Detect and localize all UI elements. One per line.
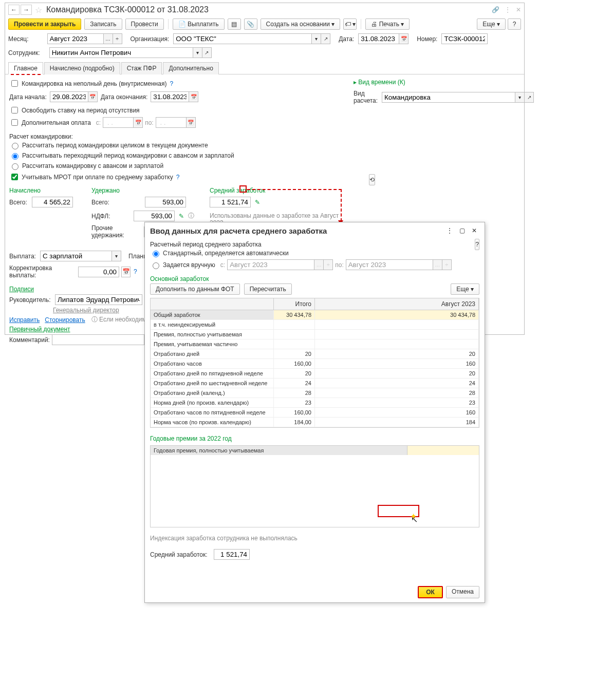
end-date-input[interactable]: [151, 91, 189, 102]
print-button[interactable]: 🖨 Печать ▾: [365, 18, 410, 30]
extra-pay-checkbox[interactable]: [11, 119, 18, 126]
org-drop[interactable]: ▾: [312, 33, 321, 44]
date-input[interactable]: [358, 33, 399, 44]
withheld-head: Удержано: [91, 186, 194, 195]
dlg-avg-input[interactable]: [214, 549, 250, 560]
table-row[interactable]: в т.ч. неиндексируемый: [151, 320, 479, 330]
calc-header: Расчет командировки:: [9, 129, 343, 140]
calc-type-input[interactable]: [382, 92, 515, 103]
date-cal[interactable]: 📅: [399, 33, 408, 44]
tab-main[interactable]: Главное: [8, 62, 43, 74]
comment-input[interactable]: [52, 334, 144, 345]
pencil-icon[interactable]: ✎: [179, 213, 184, 220]
period-std-radio[interactable]: [153, 251, 159, 257]
doc-icon-button[interactable]: ▤: [228, 18, 241, 30]
start-date-input[interactable]: [50, 91, 88, 102]
emp-drop[interactable]: ▾: [193, 47, 202, 58]
help-icon[interactable]: ?: [170, 80, 173, 87]
help-icon[interactable]: ?: [176, 174, 180, 181]
tab-pfr[interactable]: Стаж ПФР: [121, 62, 162, 74]
link-icon[interactable]: 🔗: [492, 6, 499, 13]
month-drop[interactable]: …: [104, 33, 113, 44]
menu-dots-icon[interactable]: ⋮: [505, 6, 511, 13]
post-button[interactable]: Провести: [125, 18, 164, 30]
period-manual-radio[interactable]: [153, 262, 159, 269]
num-input[interactable]: [441, 33, 488, 44]
avg-pencil-icon[interactable]: ✎: [255, 199, 260, 206]
help-icon[interactable]: ?: [134, 268, 137, 275]
dialog-title: Ввод данных для расчета среднего заработ…: [150, 226, 442, 235]
attach-button[interactable]: 📎: [244, 18, 257, 30]
dialog-max-icon[interactable]: ▢: [457, 225, 467, 236]
month-spin[interactable]: ÷: [113, 33, 122, 44]
info-icon[interactable]: ⓘ: [188, 212, 194, 220]
extra-pay-label: Дополнительная оплата: [22, 119, 91, 126]
month-input[interactable]: [47, 33, 104, 44]
fix-link[interactable]: Исправить: [9, 316, 40, 324]
table-row[interactable]: Норма дней (по произв. календарю)2323: [151, 398, 479, 408]
payout-input[interactable]: [40, 251, 112, 261]
partial-day-checkbox[interactable]: [11, 80, 18, 87]
table-row[interactable]: Премия, полностью учитываемая: [151, 330, 479, 339]
recalc-button[interactable]: Пересчитать: [244, 283, 292, 295]
calc-radio-3[interactable]: [12, 163, 18, 170]
forward-button[interactable]: →: [21, 5, 32, 15]
table-row[interactable]: Премия, учитываемая частично: [151, 339, 479, 349]
period-label: Расчетный период среднего заработка: [150, 241, 475, 248]
bonus-row-name: Годовая премия, полностью учитываемая: [151, 446, 407, 455]
payout-drop[interactable]: ▾: [112, 251, 121, 261]
dialog-help-button[interactable]: ?: [475, 239, 479, 250]
org-input[interactable]: [173, 33, 312, 44]
release-rate-checkbox[interactable]: [11, 107, 18, 113]
corr-input[interactable]: [78, 267, 119, 277]
emp-open[interactable]: ↗: [202, 47, 212, 58]
cancel-button[interactable]: Отмена: [446, 586, 479, 598]
start-cal[interactable]: 📅: [88, 91, 98, 102]
end-cal[interactable]: 📅: [189, 91, 198, 102]
table-row[interactable]: Общий заработок30 434,7830 434,78: [151, 310, 479, 320]
signs-link[interactable]: Подписи: [9, 286, 34, 293]
table-row[interactable]: Отработано часов160,00160: [151, 359, 479, 369]
reverse-link[interactable]: Сторнировать: [45, 316, 85, 324]
fill-fot-button[interactable]: Дополнить по данным ФОТ: [150, 283, 240, 295]
time-type-header[interactable]: ▸ Вид времени (К): [354, 78, 534, 87]
total-accrued-input[interactable]: [32, 197, 73, 207]
table-row[interactable]: Отработано дней по пятидневной неделе202…: [151, 369, 479, 379]
manager-input[interactable]: [55, 294, 142, 305]
emp-input[interactable]: [49, 47, 193, 58]
toolbar: Провести и закрыть Записать Провести 📄 В…: [5, 16, 524, 32]
primary-doc-link[interactable]: Первичный документ: [9, 326, 70, 333]
refresh-button[interactable]: ⟲: [369, 174, 375, 185]
create-based-button[interactable]: Создать на основании ▾: [261, 18, 341, 30]
org-open[interactable]: ↗: [321, 33, 330, 44]
th-month: Август 2023: [315, 298, 479, 310]
num-label: Номер:: [417, 35, 437, 43]
calc-radio-2[interactable]: [12, 153, 18, 160]
tag-button[interactable]: 🏷 ▾: [343, 18, 357, 30]
post-and-close-button[interactable]: Провести и закрыть: [8, 18, 81, 30]
avg-value-input[interactable]: [210, 197, 251, 207]
table-row[interactable]: Отработано часов по пятидневной неделе16…: [151, 408, 479, 418]
tab-accrued[interactable]: Начислено (подробно): [44, 62, 120, 74]
table-row[interactable]: Отработано дней2020: [151, 349, 479, 359]
help-button[interactable]: ?: [508, 18, 521, 30]
back-button[interactable]: ←: [8, 5, 20, 15]
mrot-checkbox[interactable]: [11, 174, 18, 180]
close-icon[interactable]: ✕: [516, 6, 521, 13]
more-button[interactable]: Еще ▾: [477, 18, 506, 30]
pay-button[interactable]: 📄 Выплатить: [173, 18, 225, 30]
dialog-menu-icon[interactable]: ⋮: [444, 225, 455, 236]
ndfl-input[interactable]: [134, 211, 175, 221]
tab-extra[interactable]: Дополнительно: [163, 62, 218, 74]
total-withheld-input[interactable]: [145, 197, 186, 207]
dialog-close-icon[interactable]: ✕: [469, 225, 479, 236]
position-link[interactable]: Генеральный директор: [53, 307, 119, 314]
ok-button[interactable]: ОК: [418, 586, 443, 598]
table-row[interactable]: Норма часов (по произв. календарю)184,00…: [151, 418, 479, 427]
favorite-icon[interactable]: ☆: [35, 5, 42, 15]
table-row[interactable]: Отработано дней (календ.)2828: [151, 388, 479, 398]
table-row[interactable]: Отработано дней по шестидневной неделе24…: [151, 379, 479, 388]
calc-radio-1[interactable]: [12, 143, 18, 149]
dialog-more-button[interactable]: Еще ▾: [451, 283, 479, 295]
save-button[interactable]: Записать: [84, 18, 122, 30]
